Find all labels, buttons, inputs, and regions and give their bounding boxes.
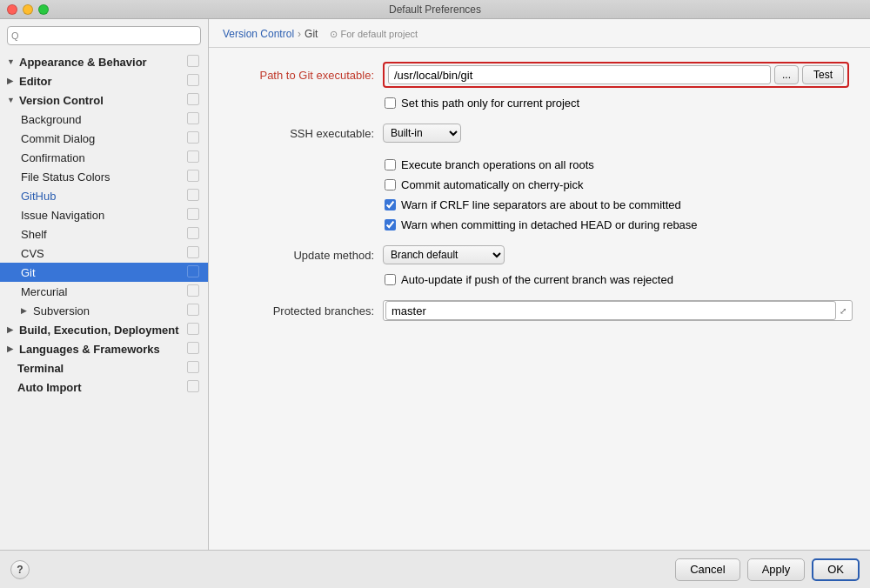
- sidebar-item-git[interactable]: Git: [0, 263, 208, 282]
- sidebar-icon-shelf: [187, 227, 201, 241]
- sidebar-item-confirmation[interactable]: Confirmation: [0, 148, 208, 167]
- sidebar-item-shelf[interactable]: Shelf: [0, 224, 208, 244]
- sidebar-icon-confirmation: [187, 150, 201, 164]
- git-path-input[interactable]: [388, 65, 771, 84]
- expand-arrow-build: ▶: [7, 325, 17, 334]
- execute-branch-row: Execute branch operations on all roots: [226, 158, 853, 171]
- browse-button[interactable]: ...: [774, 65, 799, 84]
- sidebar-item-background[interactable]: Background: [0, 110, 208, 129]
- sidebar-item-version-control[interactable]: ▼ Version Control: [0, 90, 208, 110]
- warn-crlf-row: Warn if CRLF line separators are about t…: [226, 198, 853, 211]
- warn-detached-row: Warn when committing in detached HEAD or…: [226, 218, 853, 231]
- footer-left: ?: [10, 560, 30, 579]
- sidebar-item-editor[interactable]: ▶ Editor: [0, 71, 208, 90]
- search-input[interactable]: [7, 26, 201, 45]
- sidebar-item-terminal[interactable]: Terminal: [0, 358, 208, 378]
- window-controls[interactable]: [7, 4, 49, 15]
- update-method-label: Update method:: [226, 249, 383, 262]
- footer: ? Cancel Apply OK: [0, 550, 870, 588]
- sidebar-item-languages[interactable]: ▶ Languages & Frameworks: [0, 339, 208, 358]
- git-path-row: Path to Git executable: ... Test: [226, 62, 853, 88]
- ssh-row: SSH executable: Built-in Native: [226, 124, 853, 143]
- expand-arrow-lang: ▶: [7, 344, 17, 353]
- warn-crlf-label: Warn if CRLF line separators are about t…: [401, 198, 681, 211]
- auto-update-label: Auto-update if push of the current branc…: [401, 273, 673, 286]
- warn-detached-label: Warn when committing in detached HEAD or…: [401, 218, 698, 231]
- update-method-row: Update method: Branch default Merge Reba…: [226, 245, 853, 264]
- sidebar-icon-issue-nav: [187, 208, 201, 222]
- search-box[interactable]: Q: [7, 26, 201, 45]
- sidebar-item-auto-import[interactable]: Auto Import: [0, 378, 208, 397]
- breadcrumb-suffix: ⊙ For default project: [330, 29, 418, 40]
- ssh-select[interactable]: Built-in Native: [383, 124, 461, 143]
- sidebar-item-file-status[interactable]: File Status Colors: [0, 167, 208, 186]
- maximize-button[interactable]: [38, 4, 49, 15]
- sidebar-icon-appearance: [187, 55, 201, 69]
- sidebar-icon-editor: [187, 74, 201, 88]
- git-path-label: Path to Git executable:: [226, 69, 383, 82]
- git-path-wrapper: ... Test: [383, 62, 849, 88]
- sidebar-icon-git: [187, 265, 201, 279]
- sidebar-icon-file-status: [187, 170, 201, 184]
- breadcrumb-git: Git: [304, 28, 318, 40]
- sidebar-icon-languages: [187, 342, 201, 356]
- search-icon: Q: [11, 30, 19, 41]
- set-path-label: Set this path only for current project: [401, 97, 579, 110]
- sidebar-icon-subversion: [187, 304, 201, 317]
- apply-button[interactable]: Apply: [747, 558, 806, 581]
- expand-arrow-svn: ▶: [21, 306, 31, 315]
- help-button[interactable]: ?: [10, 560, 30, 579]
- content-body: Path to Git executable: ... Test Set thi…: [209, 48, 870, 550]
- ssh-label: SSH executable:: [226, 127, 383, 140]
- sidebar-item-build[interactable]: ▶ Build, Execution, Deployment: [0, 320, 208, 339]
- commit-cherry-checkbox[interactable]: [385, 179, 396, 190]
- warn-crlf-checkbox[interactable]: [385, 199, 396, 210]
- sidebar-icon-mercurial: [187, 284, 201, 298]
- expand-arrow-vc: ▼: [7, 96, 17, 104]
- sidebar-item-mercurial[interactable]: Mercurial: [0, 282, 208, 301]
- sidebar-icon-github: [187, 189, 201, 203]
- minimize-button[interactable]: [23, 4, 33, 15]
- footer-right: Cancel Apply OK: [675, 558, 860, 581]
- sidebar-icon-background: [187, 112, 201, 126]
- breadcrumb: Version Control › Git ⊙ For default proj…: [209, 19, 870, 48]
- sidebar-item-subversion[interactable]: ▶ Subversion: [0, 301, 208, 320]
- sidebar: Q ▼ Appearance & Behavior ▶ Editor ▼ Ver…: [0, 19, 209, 550]
- auto-update-checkbox[interactable]: [385, 274, 396, 285]
- window-title: Default Preferences: [389, 3, 481, 16]
- protected-branches-input[interactable]: [385, 301, 836, 320]
- close-button[interactable]: [7, 4, 17, 15]
- execute-branch-checkbox[interactable]: [385, 159, 396, 170]
- protected-branches-row: Protected branches: ⤢: [226, 300, 853, 321]
- set-path-row: Set this path only for current project: [226, 97, 853, 110]
- sidebar-item-github[interactable]: GitHub: [0, 186, 208, 205]
- warn-detached-checkbox[interactable]: [385, 219, 396, 231]
- sidebar-icon-cvs: [187, 246, 201, 260]
- sidebar-icon-commit: [187, 131, 201, 145]
- expand-protected-button[interactable]: ⤢: [836, 304, 850, 317]
- expand-arrow-editor: ▶: [7, 77, 17, 85]
- set-path-checkbox[interactable]: [385, 97, 396, 109]
- main-layout: Q ▼ Appearance & Behavior ▶ Editor ▼ Ver…: [0, 19, 870, 550]
- ok-button[interactable]: OK: [812, 558, 860, 581]
- sidebar-icon-auto-import: [187, 380, 201, 394]
- commit-cherry-label: Commit automatically on cherry-pick: [401, 178, 584, 191]
- test-button[interactable]: Test: [802, 65, 844, 84]
- protected-label: Protected branches:: [226, 304, 383, 317]
- cancel-button[interactable]: Cancel: [675, 558, 740, 581]
- sidebar-item-cvs[interactable]: CVS: [0, 244, 208, 263]
- sidebar-item-issue-nav[interactable]: Issue Navigation: [0, 205, 208, 224]
- sidebar-icon-terminal: [187, 361, 201, 375]
- content-area: Version Control › Git ⊙ For default proj…: [209, 19, 870, 550]
- sidebar-item-commit-dialog[interactable]: Commit Dialog: [0, 129, 208, 148]
- execute-branch-label: Execute branch operations on all roots: [401, 158, 594, 171]
- update-method-select[interactable]: Branch default Merge Rebase: [383, 245, 505, 264]
- sidebar-icon-build: [187, 323, 201, 337]
- sidebar-item-appearance[interactable]: ▼ Appearance & Behavior: [0, 52, 208, 71]
- expand-arrow-appearance: ▼: [7, 57, 17, 66]
- breadcrumb-vc[interactable]: Version Control: [223, 28, 294, 40]
- sidebar-icon-vc: [187, 93, 201, 107]
- commit-cherry-row: Commit automatically on cherry-pick: [226, 178, 853, 191]
- titlebar: Default Preferences: [0, 0, 870, 19]
- breadcrumb-sep: ›: [298, 28, 301, 40]
